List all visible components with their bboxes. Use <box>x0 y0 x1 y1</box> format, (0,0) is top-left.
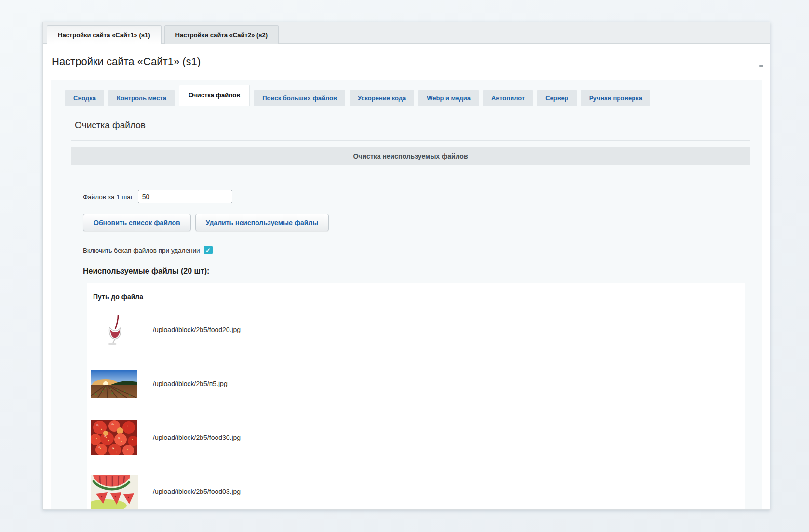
file-row: /upload/iblock/2b5/п5.jpg <box>87 357 745 411</box>
tab-ruchnaya-proverka[interactable]: Ручная проверка <box>581 90 650 106</box>
file-path: /upload/iblock/2b5/food30.jpg <box>153 434 241 441</box>
actions-row: Обновить список файлов Удалить неиспольз… <box>83 214 755 231</box>
files-per-step-input[interactable] <box>138 190 232 203</box>
collapse-icon[interactable] <box>759 65 763 66</box>
field-sunset-photo <box>90 370 138 398</box>
tab-webp-i-media[interactable]: Webp и медиа <box>418 90 479 106</box>
file-row: /upload/iblock/2b5/food20.jpg <box>87 303 745 357</box>
file-path: /upload/iblock/2b5/п5.jpg <box>153 380 228 387</box>
page-title: Настройки сайта «Сайт1» (s1) <box>52 55 762 68</box>
tab-uskorenie-koda[interactable]: Ускорение кода <box>350 90 414 106</box>
unused-files-table: Путь до файла /upload/iblock/2b5/fo <box>87 283 745 510</box>
window-tab-site2[interactable]: Настройки сайта «Сайт2» (s2) <box>164 25 279 44</box>
settings-window: Настройки сайта «Сайт1» (s1) Настройки с… <box>42 22 770 510</box>
tab-ochistka-faylov[interactable]: Очистка файлов <box>179 85 250 106</box>
unused-files-heading: Неиспользуемые файлы (20 шт): <box>83 267 755 276</box>
tab-kontrol-mesta[interactable]: Контроль места <box>108 90 175 106</box>
watermelon-photo <box>90 475 138 509</box>
page: Настройки сайта «Сайт1» (s1) Настройки с… <box>0 0 809 532</box>
section-heading: Очистка файлов <box>75 120 755 131</box>
backup-checkbox[interactable]: ✓ <box>204 246 213 254</box>
file-row: /upload/iblock/2b5/food30.jpg <box>87 411 745 465</box>
tab-svodka[interactable]: Сводка <box>65 90 104 106</box>
file-path: /upload/iblock/2b5/food03.jpg <box>153 488 241 495</box>
title-row: Настройки сайта «Сайт1» (s1) <box>43 44 770 76</box>
refresh-file-list-button[interactable]: Обновить список файлов <box>83 214 191 231</box>
window-tab-site1[interactable]: Настройки сайта «Сайт1» (s1) <box>47 25 162 44</box>
strawberries-photo <box>90 420 138 455</box>
file-path: /upload/iblock/2b5/food20.jpg <box>153 326 241 333</box>
section-tab-bar: Сводка Контроль места Очистка файлов Пои… <box>51 80 762 106</box>
file-row: /upload/iblock/2b5/food03.jpg <box>87 465 745 510</box>
wine-pour-photo <box>90 314 138 345</box>
tab-avtopilot[interactable]: Автопилот <box>483 90 533 106</box>
tab-server[interactable]: Сервер <box>537 90 577 106</box>
tab-content: Очистка файлов Очистка неиспользуемых фа… <box>51 106 762 510</box>
backup-checkbox-label: Включить бекап файлов при удалении <box>83 247 200 254</box>
tab-poisk-bolshih-faylov[interactable]: Поиск больших файлов <box>254 90 345 106</box>
window-tab-bar: Настройки сайта «Сайт1» (s1) Настройки с… <box>43 22 770 44</box>
divider <box>71 140 750 141</box>
files-per-step-row: Файлов за 1 шаг <box>83 190 755 203</box>
delete-unused-files-button[interactable]: Удалить неиспользуемые файлы <box>195 214 329 231</box>
files-per-step-label: Файлов за 1 шаг <box>83 193 133 200</box>
column-header-path: Путь до файла <box>87 289 745 303</box>
backup-checkbox-row: Включить бекап файлов при удалении ✓ <box>83 246 755 254</box>
panel-title-bar: Очистка неиспользуемых файлов <box>71 147 750 165</box>
check-icon: ✓ <box>205 247 211 253</box>
settings-panel: Сводка Контроль места Очистка файлов Пои… <box>51 80 762 510</box>
